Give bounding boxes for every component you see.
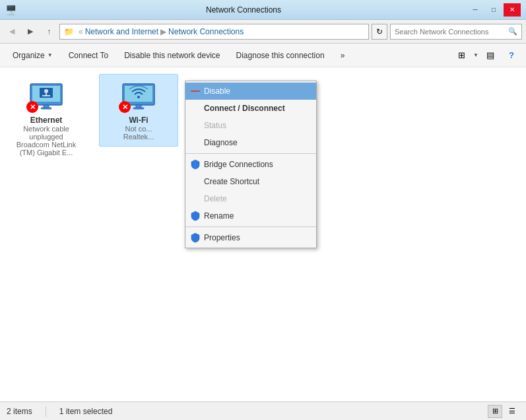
path-icon: 📁 [64,27,74,36]
properties-shield-icon [189,232,201,244]
wifi-name: Wi-Fi [129,116,148,125]
svg-rect-9 [125,86,152,102]
maximize-button[interactable]: □ [485,3,502,17]
ctx-disable-label: Disable [204,87,230,96]
close-button[interactable]: ✕ [504,3,521,17]
path-network-connections[interactable]: Network Connections [168,27,244,36]
preview-pane-button[interactable]: ▤ [481,47,500,64]
ethernet-icon-wrapper: ✕ [26,80,66,113]
bridge-shield-icon [189,158,201,170]
more-button[interactable]: » [333,46,352,65]
diagnose-label: Diagnose this connection [236,51,325,60]
ctx-properties[interactable]: Properties [185,229,316,246]
back-button[interactable]: ◀ [4,24,20,40]
path-separator-1: « [79,27,83,36]
forward-button[interactable]: ▶ [22,24,38,40]
status-separator [46,406,46,417]
ctx-separator-2 [185,227,316,227]
status-large-icons-btn[interactable]: ⊞ [488,405,502,418]
ctx-delete-label: Delete [204,194,227,203]
ctx-disable[interactable]: Disable [185,83,316,100]
selected-count: 1 item selected [59,407,113,416]
ctx-connect-disconnect-label: Connect / Disconnect [204,104,285,113]
path-network-internet[interactable]: Network and Internet [85,27,158,36]
svg-point-3 [44,89,48,93]
ctx-diagnose[interactable]: Diagnose [185,134,316,151]
rename-shield-icon [189,210,201,222]
up-button[interactable]: ↑ [41,24,57,40]
main-content: ✕ Ethernet Network cable unplugged Broad… [0,67,526,402]
ctx-create-shortcut[interactable]: Create Shortcut [185,173,316,190]
window-controls: ─ □ ✕ [467,3,521,17]
refresh-button[interactable]: ↻ [372,24,387,40]
ctx-separator-1 [185,153,316,154]
toolbar: Organize ▼ Connect To Disable this netwo… [0,44,526,67]
wifi-error-badge: ✕ [119,101,131,113]
wifi-icon-wrapper: ✕ [119,80,158,113]
ctx-properties-label: Properties [204,233,240,242]
disable-ctx-icon [189,85,201,97]
address-path[interactable]: 📁 « Network and Internet ▶ Network Conne… [59,24,369,40]
ctx-bridge-label: Bridge Connections [204,160,273,169]
svg-rect-13 [191,90,200,92]
connect-to-button[interactable]: Connect To [61,46,116,65]
ctx-diagnose-label: Diagnose [204,138,238,147]
item-count: 2 items [7,407,32,416]
path-arrow: ▶ [160,27,166,36]
search-icon: 🔍 [508,27,517,36]
ctx-status: Status [185,117,316,134]
minimize-button[interactable]: ─ [467,3,484,17]
disable-network-button[interactable]: Disable this network device [117,46,227,65]
svg-rect-12 [133,108,144,109]
network-item-ethernet[interactable]: ✕ Ethernet Network cable unplugged Broad… [7,74,86,162]
svg-rect-7 [41,108,51,109]
search-input[interactable] [395,28,508,36]
window-icon: 🖥️ [5,5,16,15]
ethernet-status: Network cable unplugged [13,125,80,141]
more-label: » [341,51,345,60]
svg-rect-6 [44,105,49,108]
status-details-btn[interactable]: ☰ [505,405,519,418]
ethernet-adapter: Broadcom NetLink (TM) Gigabit E... [13,141,80,157]
diagnose-button[interactable]: Diagnose this connection [229,46,332,65]
organize-arrow-icon: ▼ [48,52,53,58]
ctx-connect-disconnect[interactable]: Connect / Disconnect [185,100,316,117]
status-view-controls: ⊞ ☰ [488,405,519,418]
status-bar: 2 items 1 item selected ⊞ ☰ [0,402,526,420]
search-box[interactable]: 🔍 [390,24,522,40]
network-item-wifi[interactable]: ✕ Wi-Fi Not co... Realtek... [99,74,178,147]
help-button[interactable]: ? [502,47,521,64]
wifi-status: Not co... [125,125,152,133]
svg-rect-11 [136,105,141,108]
ethernet-name: Ethernet [30,116,63,125]
toolbar-right: ⊞ ▼ ▤ ? [452,47,521,64]
ctx-rename-label: Rename [204,211,234,221]
change-view-button[interactable]: ⊞ [452,47,471,64]
organize-button[interactable]: Organize ▼ [5,46,60,65]
ctx-bridge[interactable]: Bridge Connections [185,156,316,173]
ctx-rename[interactable]: Rename [185,207,316,225]
address-bar: ◀ ▶ ↑ 📁 « Network and Internet ▶ Network… [0,20,526,44]
ethernet-error-badge: ✕ [26,101,38,113]
title-bar: 🖥️ Network Connections ─ □ ✕ [0,0,526,20]
svg-point-10 [137,96,140,98]
disable-network-label: Disable this network device [124,51,220,60]
view-arrow-icon: ▼ [473,52,478,58]
organize-label: Organize [13,51,45,60]
ctx-delete: Delete [185,190,316,207]
connect-to-label: Connect To [69,51,109,60]
context-menu: Disable Connect / Disconnect Status Diag… [185,81,317,248]
wifi-adapter: Realtek... [123,133,154,141]
ctx-create-shortcut-label: Create Shortcut [204,177,259,186]
window-title: Network Connections [20,5,467,15]
ctx-status-label: Status [204,121,226,130]
